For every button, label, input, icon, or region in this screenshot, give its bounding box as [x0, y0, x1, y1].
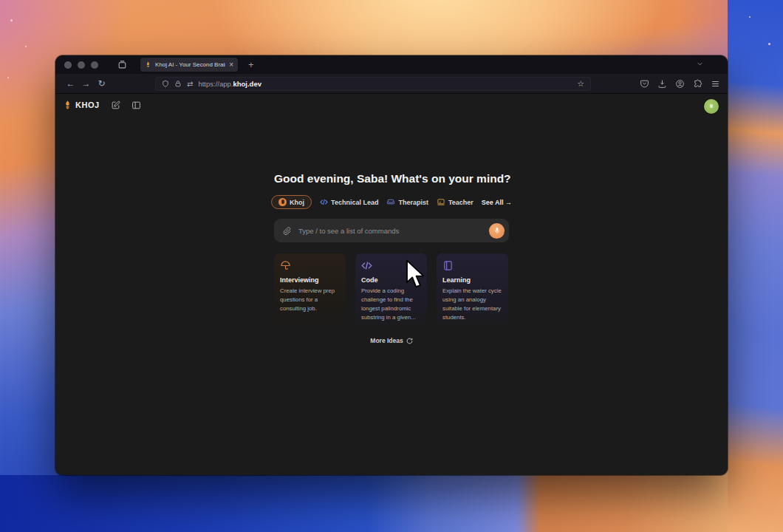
- wallpaper-right-band: [728, 0, 783, 532]
- close-window-button[interactable]: [64, 61, 72, 69]
- tab-overview-icon[interactable]: [117, 60, 127, 69]
- list-all-tabs-icon[interactable]: [696, 60, 704, 68]
- back-button[interactable]: ←: [63, 78, 78, 89]
- browser-window: Khoj AI - Your Second Brain × + ← → ↻ ⇄: [55, 55, 728, 475]
- greeting-heading: Good evening, Saba! What's on your mind?: [274, 172, 509, 185]
- suggestion-card-interviewing[interactable]: Interviewing Create interview prep quest…: [274, 253, 346, 324]
- sparkle: [25, 46, 27, 47]
- suggestion-card-code[interactable]: Code Provide a coding challenge to find …: [355, 253, 427, 324]
- new-chat-icon[interactable]: [111, 100, 120, 110]
- container-swap-icon[interactable]: ⇄: [187, 80, 193, 88]
- attach-paperclip-icon[interactable]: [283, 226, 292, 236]
- agent-pill-therapist[interactable]: Therapist: [386, 198, 428, 206]
- tracking-protection-shield-icon[interactable]: [162, 80, 169, 88]
- account-icon[interactable]: [675, 79, 685, 89]
- close-tab-icon[interactable]: ×: [229, 61, 233, 69]
- khoj-favicon: [145, 61, 151, 68]
- card-body: Explain the water cycle using an analogy…: [442, 287, 502, 322]
- card-title: Learning: [442, 276, 502, 284]
- browser-toolbar: ← → ↻ ⇄ https://app.khoj.dev ☆: [55, 74, 728, 94]
- microphone-icon: [493, 227, 501, 234]
- toolbar-right-icons: [640, 74, 720, 93]
- chalkboard-icon: [437, 198, 445, 206]
- umbrella-icon: [280, 260, 340, 271]
- agent-pills-row: Khoj Technical Lead Therapist: [274, 195, 509, 209]
- traffic-lights: [64, 61, 98, 69]
- brand-text: KHOJ: [75, 100, 100, 109]
- sparkle: [749, 16, 750, 18]
- new-tab-button[interactable]: +: [248, 59, 254, 70]
- sidebar-toggle-icon[interactable]: [131, 100, 141, 110]
- khoj-lamp-icon: [63, 100, 72, 110]
- reload-button[interactable]: ↻: [94, 78, 109, 89]
- menu-hamburger-icon[interactable]: [711, 79, 720, 89]
- card-title: Code: [361, 276, 421, 284]
- see-all-link[interactable]: See All →: [482, 199, 512, 206]
- browser-tab[interactable]: Khoj AI - Your Second Brain ×: [140, 58, 238, 72]
- couch-icon: [386, 198, 395, 206]
- khoj-app-page: KHOJ Good evening, Saba! What's on your …: [55, 94, 728, 475]
- card-body: Provide a coding challenge to find the l…: [361, 287, 421, 322]
- lock-icon[interactable]: [174, 80, 182, 88]
- desktop-wallpaper: Khoj AI - Your Second Brain × + ← → ↻ ⇄: [0, 0, 783, 532]
- tab-title: Khoj AI - Your Second Brain: [155, 61, 225, 68]
- extensions-icon[interactable]: [693, 79, 702, 89]
- more-ideas-link[interactable]: More Ideas: [274, 337, 509, 344]
- agent-pill-teacher[interactable]: Teacher: [437, 198, 473, 206]
- card-title: Interviewing: [280, 276, 340, 284]
- suggestion-card-learning[interactable]: Learning Explain the water cycle using a…: [437, 253, 508, 324]
- agent-pill-technical-lead[interactable]: Technical Lead: [320, 198, 378, 206]
- profile-avatar[interactable]: [704, 99, 719, 114]
- agent-pill-khoj[interactable]: Khoj: [271, 195, 312, 209]
- notebook-icon: [442, 260, 502, 271]
- zoom-window-button[interactable]: [91, 61, 98, 69]
- code-icon: [361, 260, 421, 271]
- khoj-logo[interactable]: KHOJ: [63, 100, 100, 110]
- refresh-ccw-icon: [406, 338, 413, 344]
- url-text[interactable]: https://app.khoj.dev: [198, 80, 261, 88]
- minimize-window-button[interactable]: [78, 61, 85, 69]
- khoj-agent-icon: [278, 198, 287, 206]
- code-icon: [320, 198, 328, 206]
- sparkle: [768, 43, 770, 45]
- card-body: Create interview prep questions for a co…: [280, 287, 340, 313]
- chat-input-bar[interactable]: [274, 219, 509, 242]
- forward-button[interactable]: →: [78, 78, 94, 89]
- url-bar[interactable]: ⇄ https://app.khoj.dev ☆: [155, 77, 591, 91]
- sparkle: [10, 19, 13, 21]
- suggestion-cards: Interviewing Create interview prep quest…: [274, 253, 509, 324]
- downloads-icon[interactable]: [657, 79, 667, 89]
- bookmark-star-icon[interactable]: ☆: [577, 79, 584, 89]
- main-content: Good evening, Saba! What's on your mind?…: [274, 172, 509, 344]
- app-header: KHOJ: [63, 100, 141, 110]
- browser-tab-bar: Khoj AI - Your Second Brain × +: [55, 55, 728, 74]
- voice-mic-button[interactable]: [489, 223, 505, 239]
- sparkle: [7, 77, 9, 78]
- wallpaper-bottom-band: [0, 475, 783, 532]
- chat-input[interactable]: [298, 227, 482, 235]
- pocket-icon[interactable]: [640, 79, 649, 89]
